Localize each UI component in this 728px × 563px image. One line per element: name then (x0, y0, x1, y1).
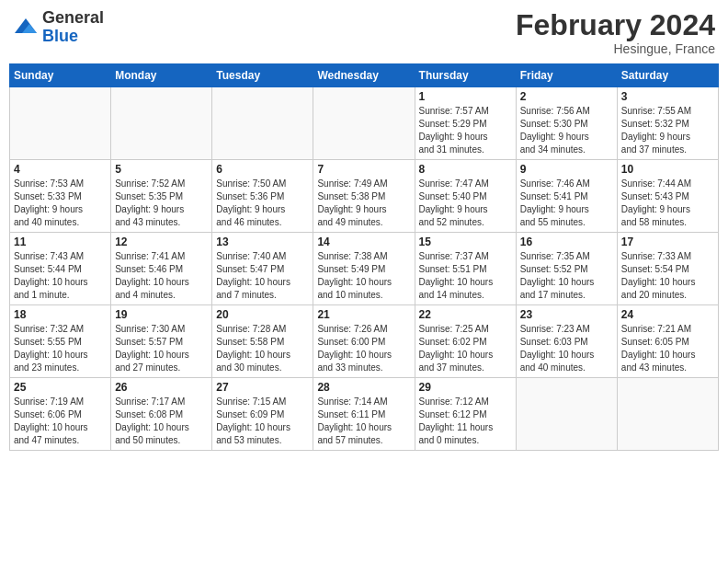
calendar-week-row: 11Sunrise: 7:43 AM Sunset: 5:44 PM Dayli… (10, 233, 719, 305)
day-info: Sunrise: 7:55 AM Sunset: 5:32 PM Dayligh… (621, 105, 714, 156)
day-number: 17 (621, 236, 714, 248)
calendar-day-cell: 14Sunrise: 7:38 AM Sunset: 5:49 PM Dayli… (313, 233, 415, 305)
calendar-day-cell (212, 87, 313, 160)
day-info: Sunrise: 7:40 AM Sunset: 5:47 PM Dayligh… (216, 250, 309, 302)
day-info: Sunrise: 7:14 AM Sunset: 6:11 PM Dayligh… (317, 396, 410, 447)
day-info: Sunrise: 7:37 AM Sunset: 5:51 PM Dayligh… (419, 250, 512, 302)
weekday-header-friday: Friday (516, 64, 617, 87)
day-number: 19 (115, 308, 208, 321)
day-number: 9 (520, 163, 613, 176)
calendar-day-cell: 4Sunrise: 7:53 AM Sunset: 5:33 PM Daylig… (10, 160, 111, 233)
calendar-table: SundayMondayTuesdayWednesdayThursdayFrid… (9, 63, 719, 451)
day-number: 14 (317, 236, 410, 248)
day-number: 4 (14, 163, 107, 176)
logo: General Blue (13, 9, 104, 46)
day-number: 18 (14, 308, 107, 321)
calendar-week-row: 25Sunrise: 7:19 AM Sunset: 6:06 PM Dayli… (10, 378, 719, 451)
day-info: Sunrise: 7:30 AM Sunset: 5:57 PM Dayligh… (115, 323, 208, 374)
day-info: Sunrise: 7:50 AM Sunset: 5:36 PM Dayligh… (216, 178, 309, 229)
day-info: Sunrise: 7:26 AM Sunset: 6:00 PM Dayligh… (317, 323, 410, 374)
day-number: 16 (520, 236, 613, 248)
weekday-header-tuesday: Tuesday (212, 64, 313, 87)
calendar-day-cell (111, 87, 212, 160)
calendar-day-cell: 20Sunrise: 7:28 AM Sunset: 5:58 PM Dayli… (212, 305, 313, 378)
calendar-day-cell: 12Sunrise: 7:41 AM Sunset: 5:46 PM Dayli… (111, 233, 212, 305)
weekday-header-thursday: Thursday (415, 64, 516, 87)
calendar-day-cell: 11Sunrise: 7:43 AM Sunset: 5:44 PM Dayli… (10, 233, 111, 305)
weekday-header-wednesday: Wednesday (313, 64, 415, 87)
day-number: 26 (115, 381, 208, 394)
day-number: 20 (216, 308, 309, 321)
calendar-day-cell: 15Sunrise: 7:37 AM Sunset: 5:51 PM Dayli… (415, 233, 516, 305)
weekday-header-sunday: Sunday (10, 64, 111, 87)
calendar-day-cell: 25Sunrise: 7:19 AM Sunset: 6:06 PM Dayli… (10, 378, 111, 451)
day-number: 8 (419, 163, 512, 176)
calendar-week-row: 1Sunrise: 7:57 AM Sunset: 5:29 PM Daylig… (10, 87, 719, 160)
day-number: 11 (14, 236, 107, 248)
calendar-day-cell: 18Sunrise: 7:32 AM Sunset: 5:55 PM Dayli… (10, 305, 111, 378)
day-number: 25 (14, 381, 107, 394)
day-info: Sunrise: 7:38 AM Sunset: 5:49 PM Dayligh… (317, 250, 410, 302)
day-info: Sunrise: 7:35 AM Sunset: 5:52 PM Dayligh… (520, 250, 613, 302)
calendar-day-cell: 23Sunrise: 7:23 AM Sunset: 6:03 PM Dayli… (516, 305, 617, 378)
weekday-header-monday: Monday (111, 64, 212, 87)
day-number: 10 (621, 163, 714, 176)
calendar-day-cell (516, 378, 617, 451)
calendar-day-cell: 10Sunrise: 7:44 AM Sunset: 5:43 PM Dayli… (617, 160, 718, 233)
day-info: Sunrise: 7:53 AM Sunset: 5:33 PM Dayligh… (14, 178, 107, 229)
day-number: 23 (520, 308, 613, 321)
day-info: Sunrise: 7:46 AM Sunset: 5:41 PM Dayligh… (520, 178, 613, 229)
day-number: 21 (317, 308, 410, 321)
calendar-day-cell: 13Sunrise: 7:40 AM Sunset: 5:47 PM Dayli… (212, 233, 313, 305)
day-info: Sunrise: 7:49 AM Sunset: 5:38 PM Dayligh… (317, 178, 410, 229)
calendar-day-cell: 8Sunrise: 7:47 AM Sunset: 5:40 PM Daylig… (415, 160, 516, 233)
day-info: Sunrise: 7:32 AM Sunset: 5:55 PM Dayligh… (14, 323, 107, 374)
day-number: 5 (115, 163, 208, 176)
day-info: Sunrise: 7:15 AM Sunset: 6:09 PM Dayligh… (216, 396, 309, 447)
calendar-day-cell: 24Sunrise: 7:21 AM Sunset: 6:05 PM Dayli… (617, 305, 718, 378)
day-info: Sunrise: 7:12 AM Sunset: 6:12 PM Dayligh… (419, 396, 512, 447)
month-title: February 2024 (516, 9, 715, 41)
calendar-day-cell: 9Sunrise: 7:46 AM Sunset: 5:41 PM Daylig… (516, 160, 617, 233)
day-info: Sunrise: 7:25 AM Sunset: 6:02 PM Dayligh… (419, 323, 512, 374)
logo-general-text: General (42, 8, 104, 27)
day-info: Sunrise: 7:56 AM Sunset: 5:30 PM Dayligh… (520, 105, 613, 156)
day-info: Sunrise: 7:23 AM Sunset: 6:03 PM Dayligh… (520, 323, 613, 374)
day-number: 7 (317, 163, 410, 176)
calendar-day-cell (10, 87, 111, 160)
day-number: 28 (317, 381, 410, 394)
calendar-day-cell: 19Sunrise: 7:30 AM Sunset: 5:57 PM Dayli… (111, 305, 212, 378)
calendar-day-cell (313, 87, 415, 160)
weekday-header-row: SundayMondayTuesdayWednesdayThursdayFrid… (10, 64, 719, 87)
day-number: 22 (419, 308, 512, 321)
day-number: 27 (216, 381, 309, 394)
day-info: Sunrise: 7:28 AM Sunset: 5:58 PM Dayligh… (216, 323, 309, 374)
calendar-day-cell: 21Sunrise: 7:26 AM Sunset: 6:00 PM Dayli… (313, 305, 415, 378)
day-number: 6 (216, 163, 309, 176)
calendar-day-cell: 7Sunrise: 7:49 AM Sunset: 5:38 PM Daylig… (313, 160, 415, 233)
calendar-day-cell: 27Sunrise: 7:15 AM Sunset: 6:09 PM Dayli… (212, 378, 313, 451)
day-number: 1 (419, 90, 512, 103)
logo-blue-text: Blue (42, 27, 78, 45)
day-info: Sunrise: 7:52 AM Sunset: 5:35 PM Dayligh… (115, 178, 208, 229)
calendar-day-cell: 16Sunrise: 7:35 AM Sunset: 5:52 PM Dayli… (516, 233, 617, 305)
day-number: 24 (621, 308, 714, 321)
calendar-day-cell: 1Sunrise: 7:57 AM Sunset: 5:29 PM Daylig… (415, 87, 516, 160)
calendar-day-cell: 6Sunrise: 7:50 AM Sunset: 5:36 PM Daylig… (212, 160, 313, 233)
day-info: Sunrise: 7:33 AM Sunset: 5:54 PM Dayligh… (621, 250, 714, 302)
day-number: 3 (621, 90, 714, 103)
calendar-day-cell: 28Sunrise: 7:14 AM Sunset: 6:11 PM Dayli… (313, 378, 415, 451)
day-number: 29 (419, 381, 512, 394)
day-info: Sunrise: 7:41 AM Sunset: 5:46 PM Dayligh… (115, 250, 208, 302)
calendar-week-row: 18Sunrise: 7:32 AM Sunset: 5:55 PM Dayli… (10, 305, 719, 378)
calendar-day-cell: 29Sunrise: 7:12 AM Sunset: 6:12 PM Dayli… (415, 378, 516, 451)
day-info: Sunrise: 7:19 AM Sunset: 6:06 PM Dayligh… (14, 396, 107, 447)
calendar-week-row: 4Sunrise: 7:53 AM Sunset: 5:33 PM Daylig… (10, 160, 719, 233)
day-info: Sunrise: 7:43 AM Sunset: 5:44 PM Dayligh… (14, 250, 107, 302)
calendar-day-cell (617, 378, 718, 451)
day-number: 15 (419, 236, 512, 248)
day-info: Sunrise: 7:17 AM Sunset: 6:08 PM Dayligh… (115, 396, 208, 447)
calendar-day-cell: 3Sunrise: 7:55 AM Sunset: 5:32 PM Daylig… (617, 87, 718, 160)
day-info: Sunrise: 7:21 AM Sunset: 6:05 PM Dayligh… (621, 323, 714, 374)
calendar-day-cell: 22Sunrise: 7:25 AM Sunset: 6:02 PM Dayli… (415, 305, 516, 378)
